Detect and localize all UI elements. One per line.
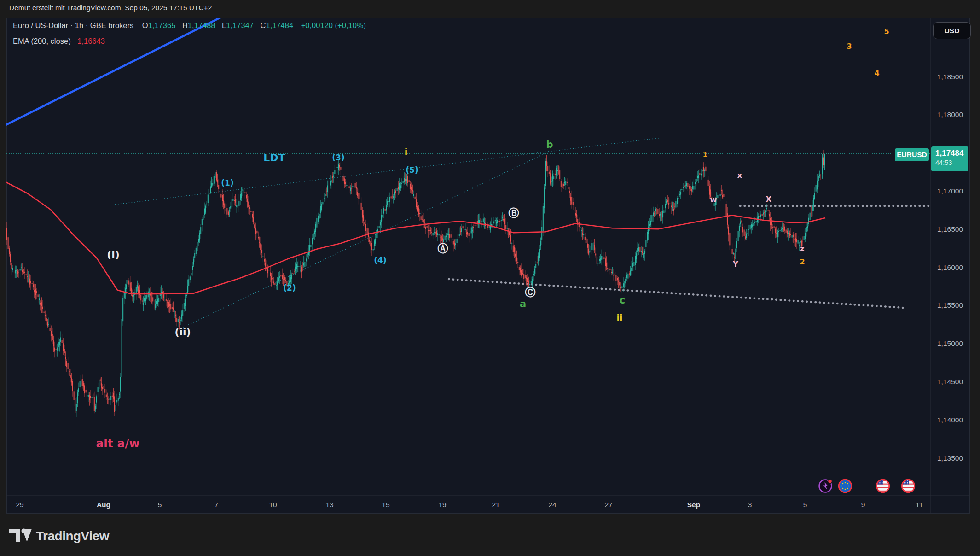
- price-axis[interactable]: 1,185001,180001,170001,165001,160001,155…: [937, 73, 963, 462]
- teal-trend-steep-dotted-line[interactable]: [181, 152, 549, 328]
- wave-label-5[interactable]: (5): [406, 165, 418, 175]
- news-flash-icon[interactable]: [819, 480, 832, 492]
- wave-label-X[interactable]: X: [766, 195, 772, 204]
- wave-label-altaw[interactable]: alt a/w: [96, 437, 139, 450]
- wave-label-1[interactable]: (1): [221, 178, 233, 187]
- tradingview-logo-glyph: [9, 529, 32, 542]
- wave-label-c[interactable]: c: [620, 295, 625, 306]
- event-icons-row: [819, 480, 915, 492]
- time-tick-label: 9: [861, 501, 865, 509]
- time-tick-label: 29: [16, 501, 23, 509]
- wave-label-1[interactable]: 1: [702, 150, 707, 159]
- price-tick-label: 1,17000: [937, 187, 963, 195]
- wave-label-Y[interactable]: Y: [732, 260, 738, 269]
- chart-canvas[interactable]: (i)(ii)alt a/wLDT(1)(2)(3)(4)(5)iⒶⒷⒸabci…: [0, 0, 980, 556]
- time-tick-label: 5: [803, 501, 807, 509]
- time-tick-label: 24: [548, 501, 557, 509]
- time-tick-label: 21: [492, 501, 499, 509]
- ohlc-open: O1,17365: [142, 21, 176, 29]
- wave-label-w[interactable]: w: [710, 195, 717, 204]
- wave-label-x[interactable]: x: [737, 171, 742, 180]
- us-flag-icon-2[interactable]: [902, 480, 915, 492]
- price-tick-label: 1,14000: [937, 416, 963, 424]
- price-tick-label: 1,15500: [937, 301, 963, 309]
- tradingview-screenshot: Demut erstellt mit TradingView.com, Sep …: [0, 0, 980, 556]
- wave-label-3[interactable]: (3): [332, 153, 344, 162]
- wave-label-z[interactable]: z: [800, 244, 804, 253]
- time-axis[interactable]: 29Aug5710131519212427Sep35911: [16, 501, 923, 509]
- wave-label-2[interactable]: (2): [283, 283, 296, 293]
- time-tick-label: 27: [604, 501, 612, 509]
- ema-value: 1,16643: [77, 37, 105, 45]
- ohlc-high: H1,17488: [182, 21, 215, 29]
- tradingview-logo-text: TradingView: [36, 529, 110, 543]
- wave-label-b[interactable]: b: [546, 139, 553, 150]
- wave-label-3[interactable]: 3: [847, 42, 852, 51]
- price-tick-label: 1,18000: [937, 111, 963, 118]
- eu-flag-icon[interactable]: [839, 480, 852, 492]
- wave-label-2[interactable]: 2: [800, 258, 805, 266]
- time-tick-label: 10: [269, 501, 277, 509]
- wave-label-5[interactable]: 5: [884, 27, 889, 36]
- tradingview-logo[interactable]: TradingView: [9, 528, 170, 548]
- teal-trend-gentle-dotted-line[interactable]: [115, 138, 661, 205]
- price-tick-label: 1,18500: [937, 73, 963, 81]
- price-tick-label: 1,16500: [937, 225, 963, 233]
- time-tick-label: 7: [215, 501, 219, 509]
- last-price-value: 1,17484: [935, 148, 968, 158]
- time-tick-label: Aug: [97, 501, 110, 509]
- last-price-badge: 1,17484 44:53: [931, 146, 968, 171]
- price-tick-label: 1,15000: [937, 339, 963, 347]
- price-tick-label: 1,13500: [937, 454, 963, 462]
- plot-area[interactable]: [6, 17, 930, 417]
- wave-label-LDT[interactable]: LDT: [263, 152, 285, 164]
- ohlc-close: C1,17484: [261, 21, 294, 29]
- time-tick-label: 15: [382, 501, 389, 509]
- price-tick-label: 1,14500: [937, 378, 963, 386]
- time-tick-label: 19: [438, 501, 446, 509]
- time-tick-label: 11: [916, 501, 923, 509]
- time-tick-label: 5: [158, 501, 162, 509]
- candles-group: [6, 150, 825, 417]
- ema-indicator-legend[interactable]: EMA (200, close) 1,16643: [13, 37, 105, 46]
- wave-label-ii[interactable]: (ii): [174, 326, 191, 338]
- symbol-legend[interactable]: Euro / US-Dollar · 1h · GBE brokers O1,1…: [13, 21, 366, 30]
- time-tick-label: 3: [748, 501, 752, 509]
- wave-label-4[interactable]: 4: [874, 69, 879, 77]
- wave-label-[interactable]: Ⓐ: [438, 242, 448, 254]
- currency-unit-button[interactable]: USD: [933, 22, 971, 39]
- wave-label-i[interactable]: i: [405, 146, 408, 157]
- ohlc-low: L1,17347: [222, 21, 254, 29]
- bar-countdown: 44:53: [935, 158, 968, 167]
- price-change: +0,00120 (+0,10%): [301, 21, 366, 29]
- price-tick-label: 1,16000: [937, 263, 963, 271]
- gray-declining-dotted-line[interactable]: [449, 279, 903, 308]
- ema-label: EMA (200, close): [13, 37, 71, 45]
- symbol-title: Euro / US-Dollar · 1h · GBE brokers: [13, 21, 133, 29]
- wave-label-i[interactable]: (i): [107, 249, 120, 260]
- wave-label-[interactable]: Ⓒ: [525, 286, 536, 298]
- wave-label-4[interactable]: (4): [374, 256, 386, 265]
- wave-label-[interactable]: Ⓑ: [509, 207, 519, 219]
- time-tick-label: Sep: [687, 501, 700, 509]
- wave-label-ii[interactable]: ii: [616, 313, 622, 323]
- us-flag-icon[interactable]: [876, 480, 889, 492]
- ticker-tag: EURUSD: [895, 148, 929, 161]
- blue-trendline[interactable]: [6, 17, 221, 125]
- wave-label-a[interactable]: a: [520, 298, 526, 310]
- time-tick-label: 13: [325, 501, 333, 509]
- wave-annotations: (i)(ii)alt a/wLDT(1)(2)(3)(4)(5)iⒶⒷⒸabci…: [96, 27, 889, 450]
